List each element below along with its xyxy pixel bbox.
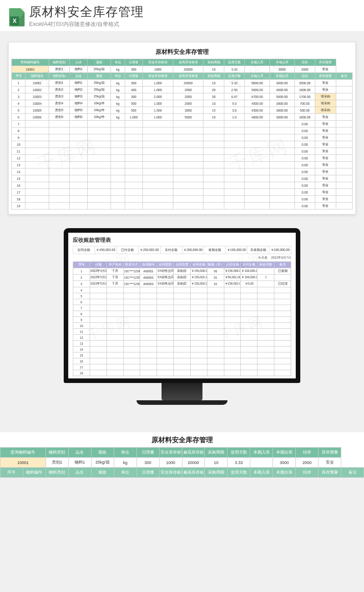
summary-label: 已付金额	[117, 246, 139, 254]
bottom-fragment: 原材料安全库存管理 查询物料编号物料类别品名规格单位日用量安全库存标准最高库存标…	[0, 432, 364, 478]
sheet2-title: 应收账款管理表	[73, 236, 291, 244]
today-label: 今天是	[258, 256, 268, 259]
page-subtitle: Excel/A4打印/内容随意修改/自带格式	[29, 20, 355, 28]
summary-label: 逾期金额	[204, 246, 226, 254]
summary-label: 未逾期金额	[248, 246, 269, 254]
sheet2-summary: 合同金额￥450,003.00已付金额￥250,003.00未付金额￥200,0…	[73, 246, 291, 254]
monitor-wrap: 千库网 千库网 千库网 千库网 应收账款管理表 合同金额￥450,003.00已…	[0, 228, 364, 405]
monitor-screen: 千库网 千库网 千库网 千库网 应收账款管理表 合同金额￥450,003.00已…	[68, 233, 296, 378]
bottom-title: 原材料安全库存管理	[0, 436, 364, 444]
summary-value: ￥100,000.00	[269, 246, 291, 254]
bottom-table: 查询物料编号物料类别品名规格单位日用量安全库存标准最高库存标准采购周期使用天数本…	[0, 447, 364, 478]
excel-icon	[9, 8, 25, 26]
sheet1-panel: 千库网 千库网 千库网 千库网 原材料安全库存管理 查询物料编号物料类别品名规格…	[8, 42, 356, 214]
sheet1-title: 原材料安全库存管理	[11, 48, 353, 56]
summary-value: ￥200,000.00	[182, 246, 204, 254]
monitor-base	[136, 400, 228, 405]
page-title: 原材料安全库存管理	[29, 5, 355, 19]
summary-value: ￥100,000.00	[226, 246, 248, 254]
monitor-stand	[162, 383, 202, 400]
page-header: 原材料安全库存管理 Excel/A4打印/内容随意修改/自带格式	[0, 0, 364, 31]
sheet2-date: 今天是 2022年8月7日	[73, 255, 291, 260]
monitor-frame: 千库网 千库网 千库网 千库网 应收账款管理表 合同金额￥450,003.00已…	[64, 228, 300, 383]
summary-label: 合同金额	[73, 246, 95, 254]
sheet1-table: 查询物料编号物料类别品名规格单位日用量安全库存标准最高库存标准采购周期使用天数本…	[11, 59, 353, 209]
today-value: 2022年8月7日	[271, 256, 291, 259]
summary-label: 未付金额	[161, 246, 182, 254]
summary-value: ￥450,003.00	[95, 246, 117, 254]
summary-value: ￥250,003.00	[139, 246, 161, 254]
sheet2-table: 序号日期客户名称联系方式合同编号合同类型合同负责合同金额账期（天）已付金额未付金…	[73, 261, 291, 376]
